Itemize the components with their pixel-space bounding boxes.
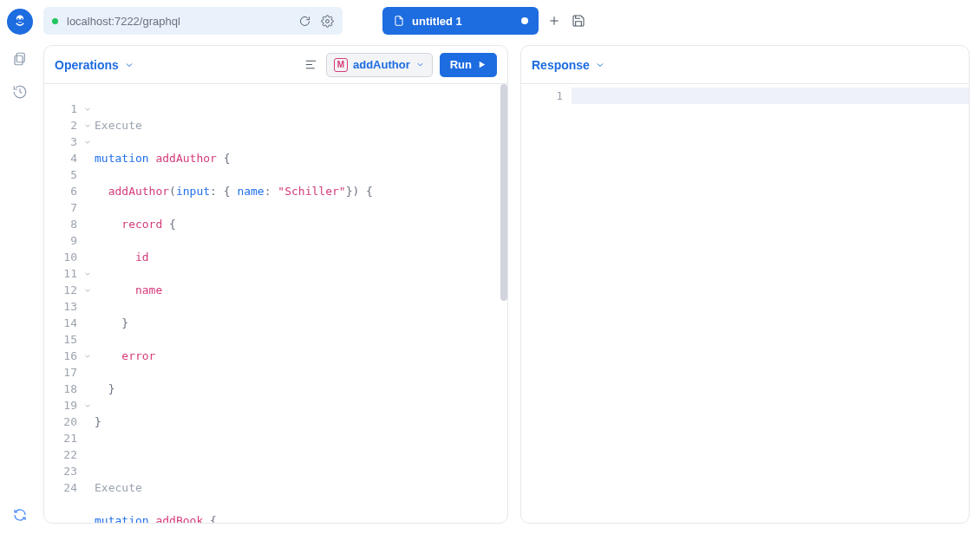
new-tab-button[interactable] <box>546 12 563 29</box>
save-icon[interactable] <box>570 12 587 29</box>
line-gutter: 123456789101112131415161718192021222324 <box>44 84 81 523</box>
response-editor[interactable]: 1 <box>521 84 969 523</box>
response-title[interactable]: Response <box>532 58 605 72</box>
left-rail <box>0 0 40 534</box>
svg-point-6 <box>325 19 329 23</box>
mutation-badge-icon: M <box>334 58 348 72</box>
tabs-area: untitled 1 <box>382 7 587 35</box>
settings-icon[interactable] <box>320 14 334 28</box>
chevron-down-icon <box>415 60 425 69</box>
topbar: localhost:7222/graphql untitled 1 <box>40 0 980 42</box>
fold-toggle[interactable] <box>81 282 95 298</box>
response-header: Response <box>521 46 969 84</box>
connection-status-dot <box>52 18 58 24</box>
fold-toggle[interactable] <box>81 265 95 282</box>
run-button[interactable]: Run <box>440 53 497 77</box>
operations-editor[interactable]: 123456789101112131415161718192021222324 … <box>44 84 507 523</box>
operations-header: Operations M addAuthor Run <box>44 46 507 84</box>
play-icon <box>477 60 487 69</box>
response-gutter: 1 <box>521 84 572 523</box>
operations-panel: Operations M addAuthor Run <box>43 45 508 524</box>
reload-schema-icon[interactable] <box>297 14 311 28</box>
chevron-down-icon <box>595 60 605 70</box>
chevron-down-icon <box>124 60 134 70</box>
response-panel: Response 1 <box>520 45 970 524</box>
tab-dirty-indicator[interactable] <box>521 17 528 24</box>
code-content[interactable]: Execute mutation addAuthor { addAuthor(i… <box>95 84 507 523</box>
scrollbar[interactable] <box>500 84 507 523</box>
svg-marker-12 <box>480 62 485 68</box>
operation-selector[interactable]: M addAuthor <box>326 53 433 77</box>
fold-gutter <box>81 84 95 523</box>
svg-point-3 <box>21 18 23 20</box>
code-lens-execute[interactable]: Execute <box>95 119 142 132</box>
operations-title[interactable]: Operations <box>55 58 134 72</box>
response-content <box>572 84 969 523</box>
operation-name: addAuthor <box>353 58 410 71</box>
svg-point-2 <box>17 18 19 20</box>
sync-icon[interactable] <box>11 506 29 524</box>
document-tab-active[interactable]: untitled 1 <box>382 7 539 35</box>
fold-toggle[interactable] <box>81 117 95 134</box>
endpoint-url: localhost:7222/graphql <box>67 15 289 28</box>
fold-toggle[interactable] <box>81 348 95 364</box>
code-lens-execute[interactable]: Execute <box>95 481 142 494</box>
svg-rect-1 <box>15 20 25 23</box>
fold-toggle[interactable] <box>81 101 95 117</box>
prettify-icon[interactable] <box>302 56 319 74</box>
fold-toggle[interactable] <box>81 397 95 414</box>
svg-rect-4 <box>16 53 24 62</box>
tab-label: untitled 1 <box>412 15 462 28</box>
fold-toggle[interactable] <box>81 134 95 150</box>
url-box[interactable]: localhost:7222/graphql <box>43 7 343 35</box>
documents-icon[interactable] <box>11 50 29 68</box>
workspace: Operations M addAuthor Run <box>40 42 980 534</box>
main-column: localhost:7222/graphql untitled 1 <box>40 0 980 534</box>
history-icon[interactable] <box>11 83 29 101</box>
svg-rect-5 <box>15 55 23 65</box>
app-logo <box>7 9 33 35</box>
